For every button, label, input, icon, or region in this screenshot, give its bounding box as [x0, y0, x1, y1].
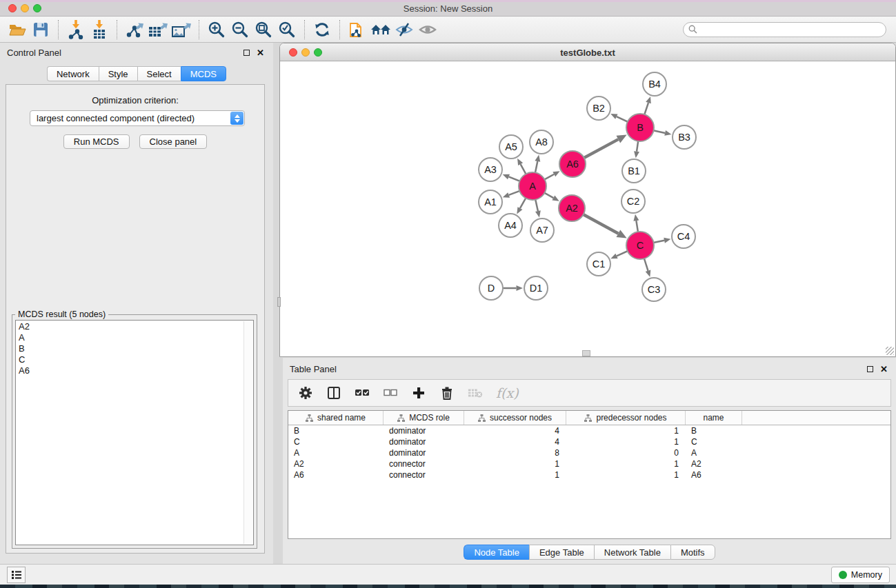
- cell-mcds-role[interactable]: dominator: [384, 425, 464, 436]
- splitter-handle[interactable]: [277, 297, 281, 307]
- tab-network[interactable]: Network: [47, 66, 99, 81]
- cell-successor-nodes[interactable]: 4: [464, 436, 566, 447]
- network-window-titlebar[interactable]: testGlobe.txt: [280, 43, 895, 61]
- search-input[interactable]: [697, 25, 886, 34]
- cell-name[interactable]: A2: [686, 458, 742, 469]
- run-mcds-button[interactable]: Run MCDS: [63, 134, 130, 149]
- tab-style[interactable]: Style: [99, 66, 137, 81]
- close-panel-button[interactable]: Close panel: [139, 134, 208, 149]
- node-label: B4: [648, 79, 661, 90]
- table-row[interactable]: A2connector11A2: [288, 458, 890, 469]
- tab-motifs[interactable]: Motifs: [670, 545, 715, 560]
- cell-successor-nodes[interactable]: 1: [464, 458, 566, 469]
- network-canvas[interactable]: B4B2BB3A5A8A6A3AB1A1C2A2A4A7C4CC1C3DD1: [281, 61, 895, 356]
- cell-name[interactable]: A: [686, 447, 742, 458]
- zoom-out-icon[interactable]: [228, 19, 252, 40]
- delete-column-trash-icon[interactable]: [439, 385, 455, 401]
- zoom-in-icon[interactable]: [205, 19, 228, 40]
- new-network-from-file-icon[interactable]: [346, 19, 369, 40]
- mcds-result-list[interactable]: A2ABCA6: [15, 320, 254, 545]
- close-panel-icon[interactable]: ✕: [880, 364, 888, 374]
- close-panel-icon[interactable]: ✕: [257, 48, 264, 58]
- resize-grip-icon[interactable]: [886, 347, 894, 355]
- cell-mcds-role[interactable]: connector: [384, 469, 464, 480]
- arrowhead-icon: [503, 192, 510, 197]
- import-table-icon[interactable]: [88, 19, 111, 40]
- hide-selected-eye-icon[interactable]: [392, 19, 416, 40]
- export-table-icon[interactable]: [146, 19, 170, 40]
- tab-mcds[interactable]: MCDS: [181, 66, 226, 81]
- table-row[interactable]: A6connector11A6: [288, 469, 890, 480]
- tab-node-table[interactable]: Node Table: [464, 545, 529, 560]
- tab-network-table[interactable]: Network Table: [594, 545, 670, 560]
- cell-predecessor-nodes[interactable]: 1: [566, 425, 686, 436]
- search-field[interactable]: [683, 22, 886, 37]
- arrowhead-icon: [517, 285, 524, 291]
- export-network-icon[interactable]: [123, 19, 146, 40]
- column-header-successor-nodes[interactable]: successor nodes: [464, 411, 566, 425]
- optimization-criterion-select[interactable]: largest connected component (directed): [30, 110, 245, 126]
- table-row[interactable]: Adominator80A: [288, 447, 890, 458]
- float-panel-icon[interactable]: [243, 50, 250, 56]
- node-label: A7: [536, 225, 548, 236]
- column-header-predecessor-nodes[interactable]: predecessor nodes: [566, 411, 686, 425]
- float-panel-icon[interactable]: [867, 366, 873, 372]
- mcds-result-item[interactable]: A2: [19, 321, 253, 332]
- table-settings-gear-icon[interactable]: [298, 385, 313, 401]
- divider-handle[interactable]: [582, 350, 590, 356]
- network-graph[interactable]: B4B2BB3A5A8A6A3AB1A1C2A2A4A7C4CC1C3DD1: [281, 61, 895, 356]
- mcds-result-item[interactable]: A6: [19, 365, 253, 376]
- cell-predecessor-nodes[interactable]: 1: [566, 458, 686, 469]
- show-column-panel-icon[interactable]: [326, 385, 341, 401]
- cell-predecessor-nodes[interactable]: 0: [566, 447, 686, 458]
- export-image-icon[interactable]: [170, 19, 193, 40]
- cell-name[interactable]: A6: [686, 469, 742, 480]
- tab-select[interactable]: Select: [137, 66, 181, 81]
- column-header-shared-name[interactable]: shared name: [288, 411, 384, 425]
- create-column-plus-icon[interactable]: [411, 385, 426, 401]
- control-panel-title: Control Panel: [7, 48, 61, 58]
- tab-edge-table[interactable]: Edge Table: [529, 545, 594, 560]
- table-toolbar: f(x): [288, 379, 891, 407]
- cell-mcds-role[interactable]: dominator: [384, 436, 464, 447]
- home-layout-icon[interactable]: [369, 19, 392, 40]
- cell-shared-name[interactable]: A: [288, 447, 384, 458]
- cell-shared-name[interactable]: B: [288, 425, 384, 436]
- cell-name[interactable]: B: [686, 425, 742, 436]
- cell-shared-name[interactable]: A6: [288, 469, 384, 480]
- cell-mcds-role[interactable]: dominator: [384, 447, 464, 458]
- control-panel-tabs: NetworkStyleSelectMCDS: [0, 66, 273, 81]
- column-header-mcds-role[interactable]: MCDS role: [384, 411, 464, 425]
- table-row[interactable]: Cdominator41C: [288, 436, 890, 447]
- cell-shared-name[interactable]: A2: [288, 458, 384, 469]
- select-all-columns-icon[interactable]: [355, 385, 370, 401]
- desktop-background: [0, 585, 896, 588]
- main-toolbar: [0, 17, 896, 43]
- cell-name[interactable]: C: [686, 436, 742, 447]
- mcds-result-title: MCDS result (5 nodes): [15, 310, 108, 319]
- memory-button[interactable]: Memory: [831, 567, 890, 583]
- show-eye-icon[interactable]: [416, 19, 439, 40]
- mcds-result-item[interactable]: C: [19, 354, 253, 365]
- cell-predecessor-nodes[interactable]: 1: [566, 469, 686, 480]
- mcds-result-item[interactable]: B: [19, 343, 253, 354]
- task-history-button[interactable]: [7, 567, 26, 583]
- cell-successor-nodes[interactable]: 8: [464, 447, 566, 458]
- zoom-selected-icon[interactable]: [275, 19, 299, 40]
- table-row[interactable]: Bdominator41B: [288, 425, 890, 436]
- cell-successor-nodes[interactable]: 1: [464, 469, 566, 480]
- import-network-icon[interactable]: [64, 19, 88, 40]
- scrollbar-track[interactable]: [243, 321, 252, 544]
- arrowhead-icon: [633, 214, 639, 221]
- cell-shared-name[interactable]: C: [288, 436, 384, 447]
- cell-mcds-role[interactable]: connector: [384, 458, 464, 469]
- cell-predecessor-nodes[interactable]: 1: [566, 436, 686, 447]
- refresh-icon[interactable]: [310, 19, 334, 40]
- open-file-icon[interactable]: [6, 19, 29, 40]
- zoom-fit-icon[interactable]: [252, 19, 275, 40]
- mcds-result-item[interactable]: A: [19, 332, 253, 343]
- save-session-icon[interactable]: [29, 19, 52, 40]
- deselect-all-columns-icon[interactable]: [383, 385, 398, 401]
- column-header-name[interactable]: name: [686, 411, 742, 425]
- cell-successor-nodes[interactable]: 4: [464, 425, 566, 436]
